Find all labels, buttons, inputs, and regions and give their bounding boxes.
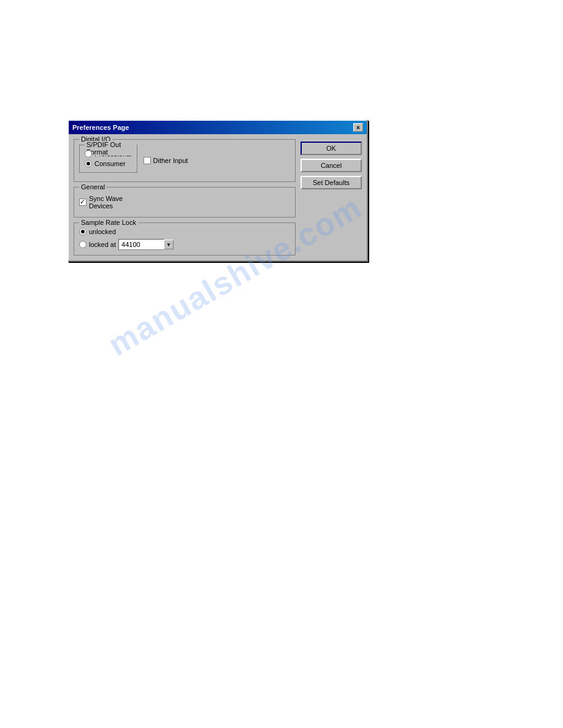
- dialog-right: OK Cancel Set Defaults: [301, 139, 362, 256]
- sync-wave-checkbox[interactable]: [79, 199, 86, 206]
- close-button[interactable]: ×: [353, 123, 363, 132]
- dither-input-label: Dither Input: [153, 157, 188, 164]
- sample-rate-dropdown-arrow[interactable]: ▼: [164, 240, 174, 249]
- dither-section: Dither Input: [144, 145, 188, 164]
- dialog-title: Preferences Page: [72, 124, 129, 131]
- dialog-left: Digital I/O S/PDIF Out Format Profession…: [74, 139, 296, 256]
- sample-rate-lock-label: Sample Rate Lock: [79, 219, 138, 226]
- ok-button[interactable]: OK: [301, 142, 362, 155]
- locked-at-label: locked at: [89, 241, 116, 248]
- unlocked-row: unlocked: [79, 228, 290, 235]
- digital-io-content: S/PDIF Out Format Professional Consumer: [79, 145, 290, 176]
- dither-input-checkbox[interactable]: [144, 157, 151, 164]
- general-group: General Sync WaveDevices: [74, 187, 296, 218]
- cancel-button[interactable]: Cancel: [301, 159, 362, 172]
- locked-row: locked at 44100 ▼: [79, 239, 290, 250]
- sync-wave-row: Sync WaveDevices: [79, 192, 290, 212]
- spdif-label: S/PDIF Out Format: [85, 141, 137, 156]
- preferences-dialog: Preferences Page × Digital I/O S/PDIF Ou…: [67, 119, 368, 262]
- sync-wave-label: Sync WaveDevices: [89, 195, 123, 210]
- spdif-consumer-row: Consumer: [85, 160, 132, 167]
- sample-rate-lock-group: Sample Rate Lock unlocked locked at 4410…: [74, 222, 296, 256]
- unlocked-label: unlocked: [89, 228, 116, 235]
- dialog-body: Digital I/O S/PDIF Out Format Profession…: [69, 134, 367, 260]
- sample-rate-select-wrapper: 44100 ▼: [118, 239, 174, 250]
- digital-io-group: Digital I/O S/PDIF Out Format Profession…: [74, 139, 296, 182]
- spdif-consumer-label: Consumer: [94, 160, 126, 167]
- spdif-group: S/PDIF Out Format Professional Consumer: [79, 145, 137, 173]
- sample-rate-value[interactable]: 44100: [118, 239, 164, 250]
- title-bar: Preferences Page ×: [69, 121, 367, 134]
- unlocked-radio[interactable]: [79, 228, 86, 235]
- spdif-professional-radio[interactable]: [85, 150, 92, 157]
- set-defaults-button[interactable]: Set Defaults: [301, 176, 362, 189]
- spdif-consumer-radio[interactable]: [85, 160, 92, 167]
- locked-radio[interactable]: [79, 241, 86, 248]
- general-label: General: [79, 183, 107, 191]
